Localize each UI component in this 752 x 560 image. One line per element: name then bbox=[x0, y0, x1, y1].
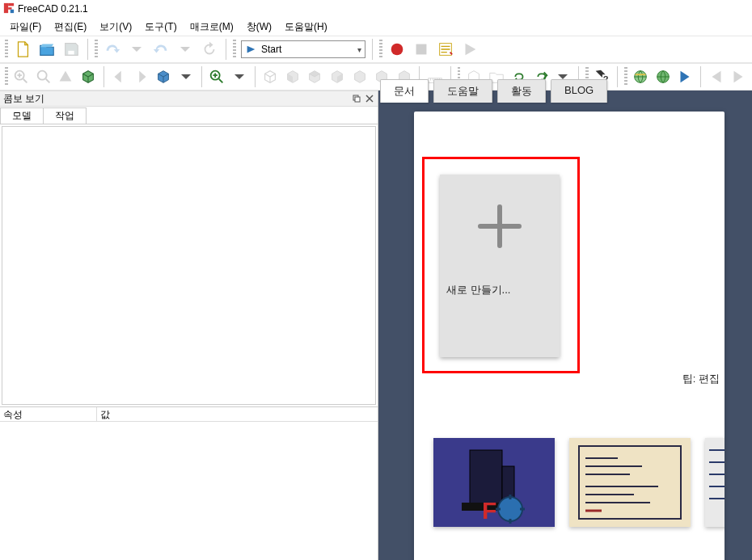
web-home-button[interactable] bbox=[631, 65, 652, 88]
combo-view-title: 콤보 보기 bbox=[3, 92, 44, 106]
macro-record-button[interactable] bbox=[386, 38, 408, 61]
tip-text: 팁: 편집 bbox=[682, 372, 720, 386]
view-right-button bbox=[327, 65, 348, 88]
view-top-button bbox=[305, 65, 326, 88]
redo-dropdown bbox=[174, 38, 196, 61]
svg-point-5 bbox=[391, 44, 403, 56]
macro-play-button bbox=[458, 38, 481, 61]
svg-rect-17 bbox=[355, 97, 360, 102]
macro-stop-button bbox=[410, 38, 433, 61]
menu-file[interactable]: 파일(F) bbox=[3, 19, 48, 36]
tab-documents[interactable]: 문서 bbox=[380, 79, 429, 103]
view-iso-button bbox=[260, 65, 281, 88]
toolbar-grip[interactable] bbox=[624, 67, 627, 86]
start-icon bbox=[245, 44, 256, 55]
tab-help[interactable]: 도움말 bbox=[433, 79, 492, 103]
model-tree[interactable] bbox=[2, 126, 376, 405]
svg-rect-24 bbox=[569, 438, 691, 527]
menu-macro[interactable]: 매크로(M) bbox=[184, 19, 240, 36]
view-front-button bbox=[282, 65, 303, 88]
toolbar-grip[interactable] bbox=[95, 40, 98, 59]
example-row: F bbox=[433, 438, 725, 527]
link-views-dropdown[interactable] bbox=[175, 65, 196, 88]
svg-rect-1 bbox=[8, 2, 14, 6]
toolbar-view: ? bbox=[0, 63, 752, 91]
example-card-3[interactable] bbox=[705, 438, 725, 527]
main-split: 콤보 보기 모델 작업 속성 값 문서 도움말 활동 bbox=[0, 91, 752, 560]
svg-rect-4 bbox=[68, 51, 74, 55]
workbench-selected-label: Start bbox=[261, 44, 281, 55]
menu-tools[interactable]: 도구(T) bbox=[138, 19, 183, 36]
toolbar-grip[interactable] bbox=[5, 40, 8, 59]
toolbar-divider bbox=[87, 39, 88, 60]
zoom-dropdown[interactable] bbox=[229, 65, 250, 88]
web-forward-button bbox=[729, 65, 750, 88]
workbench-select[interactable]: Start ▾ bbox=[241, 40, 365, 58]
draw-style-button bbox=[56, 65, 77, 88]
property-column-value[interactable]: 값 bbox=[97, 407, 378, 421]
startpage-tabs: 문서 도움말 활동 BLOG bbox=[380, 79, 607, 103]
chevron-down-icon: ▾ bbox=[357, 45, 361, 54]
combo-view-tabs: 모델 작업 bbox=[0, 107, 378, 124]
viewport: 문서 도움말 활동 BLOG 새로 만들기... 팁: 편집 bbox=[378, 91, 752, 560]
toolbar-grip[interactable] bbox=[5, 67, 8, 86]
macro-list-button[interactable] bbox=[434, 38, 457, 61]
web-globe-button[interactable] bbox=[653, 65, 674, 88]
svg-point-22 bbox=[498, 497, 522, 521]
svg-rect-6 bbox=[416, 44, 427, 55]
menu-window[interactable]: 창(W) bbox=[240, 19, 278, 36]
link-views-button[interactable] bbox=[154, 65, 175, 88]
menu-edit[interactable]: 편집(E) bbox=[48, 19, 93, 36]
toolbar-divider bbox=[700, 66, 701, 87]
nav-back-button bbox=[109, 65, 130, 88]
undo-dropdown bbox=[125, 38, 148, 61]
combo-view-header: 콤보 보기 bbox=[0, 91, 378, 107]
title-bar: FreeCAD 0.21.1 bbox=[0, 0, 752, 18]
web-back-button bbox=[706, 65, 727, 88]
undo-button bbox=[101, 38, 124, 61]
menu-view[interactable]: 보기(V) bbox=[93, 19, 138, 36]
bbox-button[interactable] bbox=[78, 65, 99, 88]
tab-tasks[interactable]: 작업 bbox=[43, 107, 87, 124]
example-card-2[interactable] bbox=[569, 438, 691, 527]
view-rear-button bbox=[349, 65, 370, 88]
tab-blog[interactable]: BLOG bbox=[551, 79, 607, 103]
save-button bbox=[60, 38, 82, 61]
toolbar-grip[interactable] bbox=[379, 40, 382, 59]
toolbar-divider bbox=[226, 39, 226, 60]
property-column-name[interactable]: 속성 bbox=[0, 407, 97, 421]
menu-help[interactable]: 도움말(H) bbox=[278, 19, 334, 36]
combo-view-panel: 콤보 보기 모델 작업 속성 값 bbox=[0, 91, 378, 560]
nav-forward-button bbox=[131, 65, 152, 88]
property-panel: 속성 값 bbox=[0, 406, 378, 560]
svg-rect-26 bbox=[705, 438, 725, 527]
svg-text:F: F bbox=[482, 497, 496, 524]
fit-all-button bbox=[11, 65, 32, 88]
start-page: 새로 만들기... 팁: 편집 F bbox=[414, 112, 725, 560]
panel-close-button[interactable] bbox=[365, 94, 374, 103]
toolbar-divider bbox=[201, 66, 202, 87]
fit-selection-button bbox=[33, 65, 54, 88]
app-icon bbox=[3, 2, 15, 16]
panel-float-button[interactable] bbox=[352, 94, 361, 103]
example-card-1[interactable]: F bbox=[433, 438, 555, 527]
tab-model[interactable]: 모델 bbox=[0, 107, 44, 124]
new-file-button[interactable] bbox=[11, 38, 34, 61]
toolbar-divider bbox=[255, 66, 256, 87]
open-file-button[interactable] bbox=[36, 38, 58, 61]
tab-activity[interactable]: 활동 bbox=[497, 79, 546, 103]
app-title: FreeCAD 0.21.1 bbox=[18, 3, 88, 15]
new-document-card[interactable]: 새로 만들기... bbox=[440, 175, 560, 357]
web-next-button[interactable] bbox=[675, 65, 696, 88]
zoom-button[interactable] bbox=[207, 65, 228, 88]
toolbar-divider bbox=[617, 66, 618, 87]
toolbar-grip[interactable] bbox=[233, 40, 236, 59]
plus-icon bbox=[474, 200, 526, 252]
svg-rect-3 bbox=[11, 9, 14, 12]
svg-point-8 bbox=[15, 71, 24, 80]
refresh-button bbox=[198, 38, 221, 61]
svg-rect-14 bbox=[636, 74, 646, 75]
toolbar-divider bbox=[104, 66, 104, 87]
svg-rect-2 bbox=[8, 7, 11, 10]
toolbar-file: Start ▾ bbox=[0, 36, 752, 63]
